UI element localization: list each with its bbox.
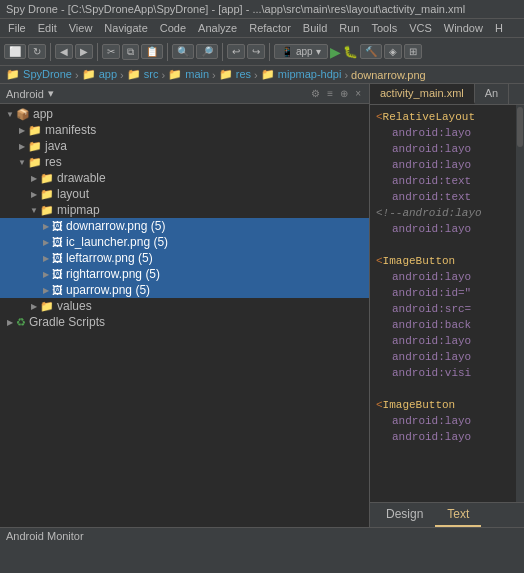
tree-label-res: res [45, 155, 62, 169]
code-line-18: android:layo [376, 413, 518, 429]
tree-item-app[interactable]: ▼ 📦 app [0, 106, 369, 122]
tree-item-res[interactable]: ▼ 📁 res [0, 154, 369, 170]
toolbar-btn-profile[interactable]: ⊞ [404, 44, 422, 59]
tree-arrow-res: ▼ [16, 158, 28, 167]
menu-item-navigate[interactable]: Navigate [98, 20, 153, 36]
toolbar-btn-undo[interactable]: ↩ [227, 44, 245, 59]
panel-close-btn[interactable]: × [353, 88, 363, 99]
code-line-19: android:layo [376, 429, 518, 445]
toolbar-btn-paste[interactable]: 📋 [141, 44, 163, 59]
editor-tabs: activity_main.xml An [370, 84, 524, 105]
code-editor[interactable]: <RelativeLayout android:layo android:lay… [370, 105, 524, 502]
tab-an[interactable]: An [475, 84, 509, 104]
layout-icon: 📁 [40, 188, 54, 201]
menu-item-analyze[interactable]: Analyze [192, 20, 243, 36]
menu-item-edit[interactable]: Edit [32, 20, 63, 36]
toolbar-btn-forward[interactable]: ▶ [75, 44, 93, 59]
toolbar-separator-1 [50, 43, 51, 61]
panel-menu-btn[interactable]: ≡ [325, 88, 335, 99]
toolbar-btn-build[interactable]: 🔨 [360, 44, 382, 59]
tree-item-manifests[interactable]: ▶ 📁 manifests [0, 122, 369, 138]
res-icon: 📁 [28, 156, 42, 169]
menu-item-tools[interactable]: Tools [365, 20, 403, 36]
bc-file[interactable]: downarrow.png [351, 69, 426, 81]
tree-item-gradle[interactable]: ▶ ♻ Gradle Scripts [0, 314, 369, 330]
tree-label-java: java [45, 139, 67, 153]
tree-arrow-layout: ▶ [28, 190, 40, 199]
code-line-1: <RelativeLayout [376, 109, 518, 125]
title-text: Spy Drone - [C:\SpyDroneApp\SpyDrone] - … [6, 3, 465, 15]
tree-item-downarrow[interactable]: ▶ 🖼 downarrow.png (5) [0, 218, 369, 234]
editor-panel: activity_main.xml An <RelativeLayout and… [370, 84, 524, 527]
breadcrumb: 📁 SpyDrone › 📁 app › 📁 src › 📁 main › 📁 … [0, 66, 524, 84]
menu-item-build[interactable]: Build [297, 20, 333, 36]
tree-item-java[interactable]: ▶ 📁 java [0, 138, 369, 154]
tree-arrow-leftarrow: ▶ [40, 254, 52, 263]
tree-arrow-uparrow: ▶ [40, 286, 52, 295]
code-content: <RelativeLayout android:layo android:lay… [370, 105, 524, 502]
bc-mipmap[interactable]: 📁 mipmap-hdpi [261, 68, 342, 81]
menu-item-refactor[interactable]: Refactor [243, 20, 297, 36]
menu-item-file[interactable]: File [2, 20, 32, 36]
menu-item-h[interactable]: H [489, 20, 509, 36]
toolbar-btn-cut[interactable]: ✂ [102, 44, 120, 59]
toolbar-btn-1[interactable]: ⬜ [4, 44, 26, 59]
panel-expand-btn[interactable]: ⊕ [338, 88, 350, 99]
run-button[interactable]: ▶ [330, 44, 341, 60]
tree-label-uparrow: uparrow.png (5) [66, 283, 150, 297]
menu-item-run[interactable]: Run [333, 20, 365, 36]
tree-item-leftarrow[interactable]: ▶ 🖼 leftarrow.png (5) [0, 250, 369, 266]
vertical-scrollbar[interactable] [516, 105, 524, 502]
toolbar-btn-search[interactable]: 🔍 [172, 44, 194, 59]
tree-item-values[interactable]: ▶ 📁 values [0, 298, 369, 314]
tree-item-layout[interactable]: ▶ 📁 layout [0, 186, 369, 202]
toolbar-btn-back[interactable]: ◀ [55, 44, 73, 59]
rightarrow-file-icon: 🖼 [52, 268, 63, 280]
values-icon: 📁 [40, 300, 54, 313]
bc-app[interactable]: 📁 app [82, 68, 117, 81]
leftarrow-file-icon: 🖼 [52, 252, 63, 264]
toolbar-btn-replace[interactable]: 🔎 [196, 44, 218, 59]
tree-arrow-values: ▶ [28, 302, 40, 311]
menu-item-code[interactable]: Code [154, 20, 192, 36]
panel-header-title: Android [6, 88, 44, 100]
tree-label-gradle: Gradle Scripts [29, 315, 105, 329]
bc-res[interactable]: 📁 res [219, 68, 251, 81]
tree-item-drawable[interactable]: ▶ 📁 drawable [0, 170, 369, 186]
manifests-icon: 📁 [28, 124, 42, 137]
code-line-9: <ImageButton [376, 253, 518, 269]
main-layout: Android ▾ ⚙ ≡ ⊕ × ▼ 📦 app ▶ 📁 [0, 84, 524, 527]
code-line-14: android:layo [376, 333, 518, 349]
toolbar-btn-coverage[interactable]: ◈ [384, 44, 402, 59]
gradle-icon: ♻ [16, 316, 26, 329]
scroll-thumb[interactable] [517, 107, 523, 147]
tree-item-uparrow[interactable]: ▶ 🖼 uparrow.png (5) [0, 282, 369, 298]
tree-item-ic-launcher[interactable]: ▶ 🖼 ic_launcher.png (5) [0, 234, 369, 250]
tab-design[interactable]: Design [374, 503, 435, 527]
tab-label-an: An [485, 87, 498, 99]
toolbar-btn-copy[interactable]: ⧉ [122, 44, 139, 60]
code-line-blank2 [376, 381, 518, 397]
debug-button[interactable]: 🐛 [343, 45, 358, 59]
toolbar-btn-redo[interactable]: ↪ [247, 44, 265, 59]
tree-item-rightarrow[interactable]: ▶ 🖼 rightarrow.png (5) [0, 266, 369, 282]
tree-item-mipmap[interactable]: ▼ 📁 mipmap [0, 202, 369, 218]
app-dropdown-icon: ▾ [316, 46, 321, 57]
tab-text[interactable]: Text [435, 503, 481, 527]
tree-label-downarrow: downarrow.png (5) [66, 219, 165, 233]
bc-src[interactable]: 📁 src [127, 68, 159, 81]
menu-item-view[interactable]: View [63, 20, 99, 36]
menu-item-window[interactable]: Window [438, 20, 489, 36]
toolbar-btn-sync[interactable]: ↻ [28, 44, 46, 59]
tab-activity-main[interactable]: activity_main.xml [370, 84, 475, 104]
code-line-16: android:visi [376, 365, 518, 381]
bc-spydrone[interactable]: 📁 SpyDrone [6, 68, 72, 81]
tree-label-values: values [57, 299, 92, 313]
bc-main[interactable]: 📁 main [168, 68, 209, 81]
app-selector[interactable]: 📱 app ▾ [274, 44, 328, 59]
code-line-2: android:layo [376, 125, 518, 141]
status-bar: Android Monitor [0, 527, 524, 544]
tree-label-drawable: drawable [57, 171, 106, 185]
panel-gear-btn[interactable]: ⚙ [309, 88, 322, 99]
menu-item-vcs[interactable]: VCS [403, 20, 438, 36]
